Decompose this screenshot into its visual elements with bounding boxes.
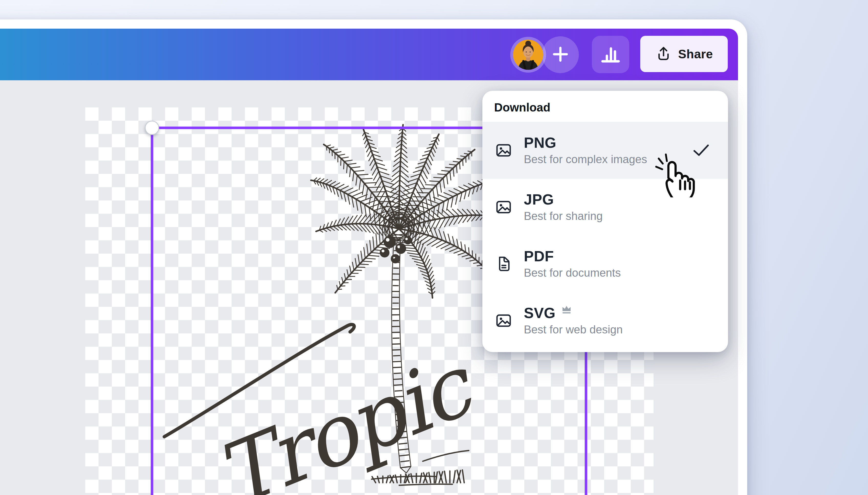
format-description: Best for sharing [524, 209, 603, 223]
editor-topbar: Share [0, 29, 738, 80]
format-label: PNG [524, 134, 556, 151]
document-icon [495, 255, 512, 272]
share-button[interactable]: Share [640, 36, 728, 72]
upload-icon [655, 45, 672, 63]
download-option-jpg[interactable]: JPGBest for sharing [482, 179, 728, 236]
selection-corner-handle[interactable] [145, 121, 159, 135]
plus-icon [550, 44, 571, 66]
download-options: PNGBest for complex imagesJPGBest for sh… [482, 122, 728, 349]
download-option-svg[interactable]: SVGBest for web design [482, 292, 728, 349]
format-label: SVG [524, 305, 556, 321]
image-icon [495, 312, 512, 329]
download-menu: Download PNGBest for complex imagesJPGBe… [482, 91, 728, 352]
avatar-image [513, 40, 543, 70]
selection-border-left [151, 128, 153, 495]
share-button-label: Share [678, 47, 713, 61]
format-label: JPG [524, 191, 554, 208]
premium-crown-icon [561, 305, 572, 314]
download-option-pdf[interactable]: PDFBest for documents [482, 236, 728, 292]
insights-button[interactable] [592, 36, 629, 73]
account-avatar[interactable] [510, 37, 546, 73]
download-menu-title: Download [494, 99, 728, 116]
artwork-script-text: Tropic [203, 335, 489, 495]
format-description: Best for documents [524, 266, 621, 280]
bar-chart-icon [599, 42, 622, 67]
add-button[interactable] [542, 36, 579, 73]
image-icon [495, 142, 512, 159]
format-label: PDF [524, 248, 554, 264]
download-option-png[interactable]: PNGBest for complex images [482, 122, 728, 179]
selected-check-icon [693, 144, 709, 157]
format-description: Best for complex images [524, 152, 647, 167]
format-description: Best for web design [524, 322, 623, 337]
image-icon [495, 199, 512, 216]
